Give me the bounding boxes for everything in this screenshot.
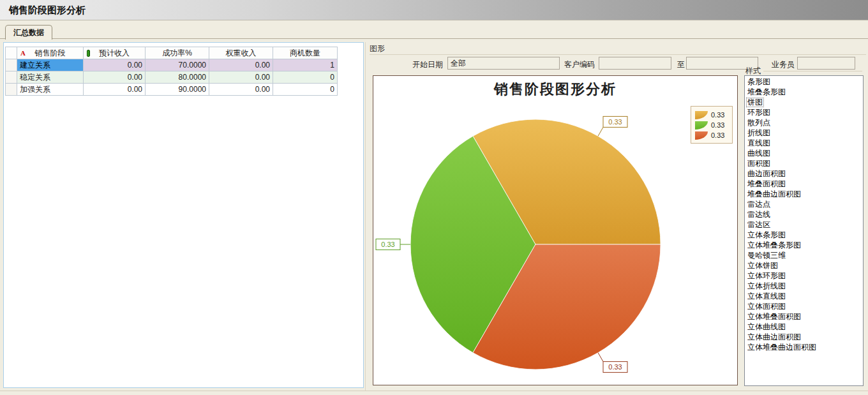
style-item-label: 立体堆叠曲边面积图 [746, 343, 818, 352]
style-item-label: 立体曲线图 [746, 322, 787, 332]
style-item-label: 堆叠曲边面积图 [746, 190, 802, 199]
style-item-label: 饼图 [746, 98, 764, 107]
style-list-item[interactable]: 立体饼图 [746, 260, 862, 271]
column-header-success[interactable]: 成功率% [146, 47, 209, 59]
style-list-item[interactable]: 立体堆叠条形图 [746, 240, 862, 250]
style-item-label: 立体条形图 [746, 230, 787, 240]
label-callout-line [598, 127, 603, 136]
style-item-label: 雷达线 [746, 210, 772, 220]
table-cell[interactable]: 加强关系 [17, 84, 84, 96]
style-list-item[interactable]: 散列点 [746, 117, 862, 128]
style-list-item[interactable]: 雷达区 [746, 220, 862, 230]
salesman-input[interactable] [797, 57, 855, 70]
table-cell[interactable]: 1 [273, 59, 338, 71]
style-list-item[interactable]: 条形图 [746, 77, 862, 87]
row-indicator-cell[interactable] [6, 59, 17, 71]
style-item-label: 堆叠条形图 [746, 87, 787, 97]
column-header-count[interactable]: 商机数量 [273, 47, 338, 59]
table-cell[interactable]: 90.0000 [146, 84, 209, 96]
table-row[interactable]: 加强关系0.0090.00000.000 [6, 84, 338, 96]
style-item-label: 直线图 [746, 138, 772, 148]
table-header-row: A 销售阶段 预计收入 成功率% 权重收入 商机数量 [6, 47, 338, 59]
table-cell[interactable]: 建立关系 [17, 59, 84, 71]
chart-style-list[interactable]: 条形图堆叠条形图饼图环形图散列点折线图直线图曲线图面积图曲边面积图堆叠面积图堆叠… [744, 75, 864, 386]
table-cell[interactable]: 80.0000 [146, 71, 209, 84]
table-cell[interactable]: 0.00 [209, 59, 273, 71]
style-list-item[interactable]: 立体直线图 [746, 291, 862, 301]
style-item-label: 雷达点 [746, 200, 772, 209]
style-item-label: 面积图 [746, 159, 772, 168]
style-list-item[interactable]: 雷达点 [746, 199, 862, 209]
style-list-item[interactable]: 堆叠面积图 [746, 179, 862, 189]
style-item-label: 立体环形图 [746, 271, 787, 281]
table-cell[interactable]: 0.00 [84, 84, 146, 96]
slice-label-text: 0.33 [608, 363, 622, 371]
style-list-item[interactable]: 曲线图 [746, 148, 862, 158]
style-list-item[interactable]: 立体面积图 [746, 301, 862, 311]
row-indicator-cell[interactable] [6, 84, 17, 96]
legend-swatch-icon [695, 131, 708, 140]
style-caption-label: 样式 [745, 66, 761, 75]
table-cell[interactable]: 0 [273, 71, 338, 84]
column-header-weighted[interactable]: 权重收入 [209, 47, 273, 59]
legend-value: 0.33 [711, 131, 724, 139]
style-item-label: 堆叠面积图 [746, 179, 787, 189]
style-list-item[interactable]: 立体堆叠曲边面积图 [746, 342, 862, 352]
page-title: 销售阶段图形分析 [9, 4, 86, 17]
stage-table: A 销售阶段 预计收入 成功率% 权重收入 商机数量 建立关系0.0070.00… [5, 47, 338, 96]
column-header-stage[interactable]: A 销售阶段 [17, 47, 84, 59]
style-item-label: 立体堆叠条形图 [746, 241, 802, 250]
style-list-item[interactable]: 堆叠曲边面积图 [746, 189, 862, 199]
style-item-label: 曲线图 [746, 149, 772, 158]
style-list-item[interactable]: 立体曲线图 [746, 322, 862, 332]
style-list-item[interactable]: 立体堆叠面积图 [746, 311, 862, 322]
style-item-label: 曲边面积图 [746, 169, 787, 179]
style-item-label: 立体折线图 [746, 281, 787, 291]
style-list-item[interactable]: 堆叠条形图 [746, 87, 862, 97]
red-a-icon: A [20, 49, 26, 57]
style-list-item[interactable]: 立体曲边面积图 [746, 332, 862, 342]
style-item-label: 环形图 [746, 108, 772, 117]
groupbox-line [763, 71, 862, 71]
style-list-item[interactable]: 折线图 [746, 128, 862, 138]
start-date-input[interactable] [447, 57, 560, 70]
style-list-item[interactable]: 饼图 [746, 97, 862, 107]
graph-panel-caption: 图形 [370, 43, 866, 55]
table-cell[interactable]: 0.00 [84, 59, 146, 71]
chart-area: 销售阶段图形分析 0.330.330.33 0.330.330.33 [373, 75, 738, 385]
style-list-item[interactable]: 立体条形图 [746, 230, 862, 240]
style-item-label: 条形图 [746, 77, 772, 87]
style-list-item[interactable]: 面积图 [746, 158, 862, 168]
style-list-item[interactable]: 直线图 [746, 138, 862, 148]
table-row[interactable]: 建立关系0.0070.00000.001 [6, 59, 338, 71]
style-list-item[interactable]: 曲边面积图 [746, 168, 862, 179]
legend-swatch-icon [695, 111, 708, 119]
tab-strip: 汇总数据 [0, 20, 868, 39]
table-cell[interactable]: 0.00 [209, 84, 273, 96]
table-cell[interactable]: 0.00 [84, 71, 146, 84]
table-cell[interactable]: 稳定关系 [17, 71, 84, 84]
style-list-item[interactable]: 曼哈顿三维 [746, 250, 862, 260]
style-list-item[interactable]: 环形图 [746, 107, 862, 117]
style-list-item[interactable]: 立体环形图 [746, 271, 862, 281]
start-date-label: 开始日期 [412, 59, 443, 70]
window-titlebar: 销售阶段图形分析 [0, 0, 868, 20]
column-header-expected[interactable]: 预计收入 [84, 47, 146, 59]
style-item-label: 曼哈顿三维 [746, 251, 787, 260]
style-list-item[interactable]: 立体折线图 [746, 281, 862, 291]
style-list-item[interactable]: 雷达线 [746, 209, 862, 220]
stage-table-body: 建立关系0.0070.00000.001稳定关系0.0080.00000.000… [6, 59, 338, 96]
legend-value: 0.33 [711, 121, 724, 129]
table-cell[interactable]: 0.00 [209, 71, 273, 84]
table-cell[interactable]: 0 [273, 84, 338, 96]
pie-chart: 0.330.330.33 [373, 76, 737, 385]
style-item-label: 立体堆叠面积图 [746, 312, 802, 322]
tab-summary-data[interactable]: 汇总数据 [5, 25, 52, 40]
bottom-strip [0, 391, 868, 395]
row-indicator-cell[interactable] [6, 71, 17, 84]
green-bar-icon [87, 50, 90, 57]
table-cell[interactable]: 70.0000 [146, 59, 209, 71]
column-header-label: 销售阶段 [35, 48, 66, 57]
table-row[interactable]: 稳定关系0.0080.00000.000 [6, 71, 338, 84]
customer-code-input[interactable] [599, 57, 671, 70]
